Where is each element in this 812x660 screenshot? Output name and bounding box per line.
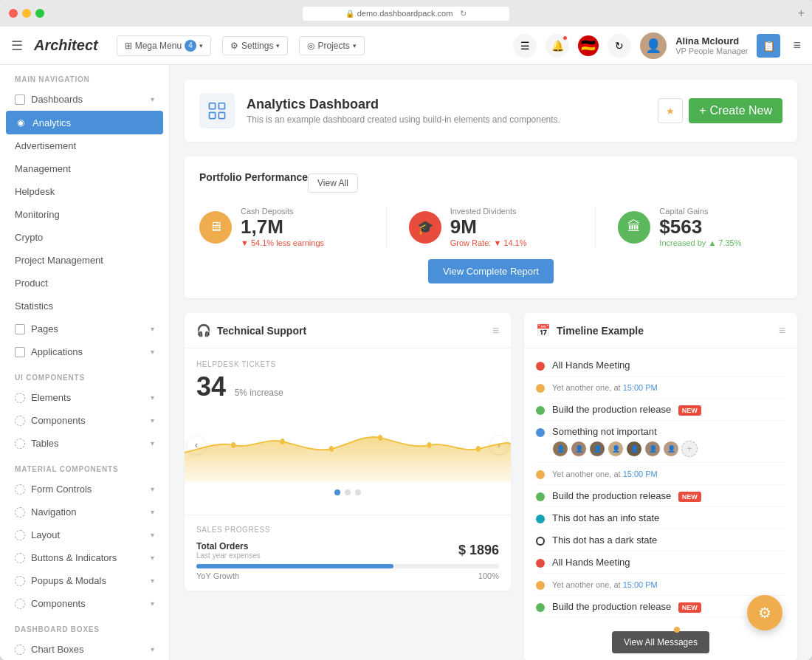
settings-button[interactable]: ⚙ Settings ▾ [222,36,288,55]
sidebar-item-tables[interactable]: Tables ▾ [0,432,169,455]
timeline-item-title: All Hands Meeting [552,360,630,371]
capital-info: Capital Gains $563 Increased by ▲ 7.35% [659,207,741,247]
timeline-item-time: Yet another one, at 15:00 PM [552,383,658,392]
svg-rect-0 [210,103,216,109]
project-management-label: Project Management [15,255,103,266]
new-tab-button[interactable]: + [798,7,805,20]
sidebar-item-chart-boxes[interactable]: Chart Boxes ▾ [0,638,169,660]
analytics-icon: ◉ [15,117,27,128]
sidebar-item-product[interactable]: Product [0,272,169,295]
cash-icon: 🖥 [199,211,232,244]
page-header-text: Analytics Dashboard This is an example d… [247,97,560,125]
sidebar-item-statistics[interactable]: Statistics [0,295,169,317]
sidebar-item-components[interactable]: Components ▾ [0,409,169,432]
cash-deposits-metric: 🖥 Cash Deposits 1,7M ▼ 54.1% less earnin… [199,207,364,247]
sidebar-item-analytics[interactable]: ◉ Analytics [6,111,163,134]
sidebar-item-applications[interactable]: Applications ▾ [0,340,169,363]
projects-button[interactable]: ◎ Projects ▾ [299,36,364,55]
nav-menu-icon[interactable]: ≡ [793,38,801,53]
dot-1[interactable] [334,489,340,495]
timeline-menu-icon[interactable]: ≡ [779,324,785,337]
sidebar-item-mat-components[interactable]: Components ▾ [0,592,169,615]
sidebar-item-navigation[interactable]: Navigation ▾ [0,501,169,523]
card-header-support: 🎧 Technical Support ≡ [185,313,511,348]
reload-icon[interactable]: ↻ [460,9,467,18]
projects-icon: ◎ [307,41,314,51]
complete-report-button[interactable]: View Complete Report [428,259,554,283]
mega-menu-badge: 4 [185,40,196,52]
user-avatar[interactable]: 👤 [640,32,667,59]
sidebar-item-layout[interactable]: Layout ▾ [0,523,169,546]
product-label: Product [15,278,48,289]
chevron-down-icon: ▾ [353,42,357,49]
technical-support-card: 🎧 Technical Support ≡ HELPDESK TICKETS 3… [185,313,511,591]
sidebar-item-helpdesk[interactable]: Helpdesk [0,180,169,203]
close-button[interactable] [9,9,18,18]
components-icon [15,416,25,426]
page-title: Analytics Dashboard [247,97,560,112]
refresh-icon-btn[interactable]: ↻ [608,34,631,58]
mega-menu-label: Mega Menu [135,41,182,51]
chevron-icon: ▾ [151,531,154,539]
maximize-button[interactable] [35,9,44,18]
star-button[interactable]: ★ [658,98,683,123]
chevron-icon: ▾ [151,416,154,424]
invested-value: 9M [450,216,527,238]
sidebar-item-project-management[interactable]: Project Management [0,249,169,272]
chevron-down-icon: ▾ [199,42,203,49]
card-menu-icon[interactable]: ≡ [492,324,499,337]
sidebar: MAIN NAVIGATION Dashboards ▾ ◉ Analytics… [0,65,170,660]
app-logo: Architect [34,37,98,54]
timeline-item: All Hands Meeting [536,551,785,574]
yoy-value: 100% [478,571,499,580]
notification-icon-btn[interactable]: 🔔 [546,34,569,58]
dot-2[interactable] [345,489,351,495]
app-icon-btn[interactable]: 📋 [757,34,780,58]
chevron-icon: ▾ [151,508,154,516]
sidebar-item-buttons[interactable]: Buttons & Indicators ▾ [0,546,169,569]
page-header-icon [199,93,235,128]
applications-icon [15,347,25,357]
metric-divider [386,207,387,247]
timeline-content: Build the production release NEW [552,404,785,415]
create-new-button[interactable]: + Create New [689,98,782,123]
sidebar-item-advertisement[interactable]: Advertisement [0,134,169,157]
sidebar-item-management[interactable]: Management [0,157,169,180]
svg-rect-1 [219,103,224,109]
timeline-item: Yet another one, at 15:00 PM [536,377,785,399]
hamburger-icon[interactable]: ☰ [11,38,23,54]
main-layout: MAIN NAVIGATION Dashboards ▾ ◉ Analytics… [0,65,812,660]
sidebar-item-form-controls[interactable]: Form Controls ▾ [0,478,169,501]
title-bar: 🔒 demo.dashboardpack.com ↻ + [0,0,812,27]
chevron-icon: ▾ [151,348,154,356]
sidebar-item-elements[interactable]: Elements ▾ [0,386,169,409]
view-all-button[interactable]: View All [308,173,358,193]
sidebar-item-popups[interactable]: Popups & Modals ▾ [0,569,169,592]
total-orders-row: Total Orders Last year expenses $ 1896 [196,541,499,560]
page-subtitle: This is an example dashboard created usi… [247,114,560,125]
cash-label: Cash Deposits [241,207,324,216]
tables-label: Tables [31,438,59,449]
menu-icon-btn[interactable]: ☰ [513,34,537,58]
view-all-messages-button[interactable]: View All Messages [612,631,709,653]
svg-point-4 [231,442,235,448]
language-flag[interactable]: 🇩🇪 [578,35,599,56]
timeline-dot-green [536,406,545,415]
sidebar-item-dashboards[interactable]: Dashboards ▾ [0,88,169,111]
timeline-content: This dot has an info state [552,512,785,523]
sidebar-item-pages[interactable]: Pages ▾ [0,317,169,340]
capital-change: Increased by ▲ 7.35% [659,238,741,247]
timeline-item-title: Build the production release NEW [552,490,701,501]
sidebar-item-crypto[interactable]: Crypto [0,226,169,249]
mat-components-label: Components [31,598,86,609]
monitoring-label: Monitoring [15,209,60,220]
mega-menu-button[interactable]: ⊞ Mega Menu 4 ▾ [117,35,211,56]
timeline-item: This dot has an info state [536,507,785,529]
sidebar-item-monitoring[interactable]: Monitoring [0,203,169,226]
add-avatar-button[interactable]: + [681,441,698,457]
address-bar[interactable]: 🔒 demo.dashboardpack.com ↻ [303,7,509,21]
fab-button[interactable]: ⚙ [747,595,782,630]
minimize-button[interactable] [22,9,31,18]
dot-3[interactable] [355,489,361,495]
timeline-dot-red [536,559,545,568]
